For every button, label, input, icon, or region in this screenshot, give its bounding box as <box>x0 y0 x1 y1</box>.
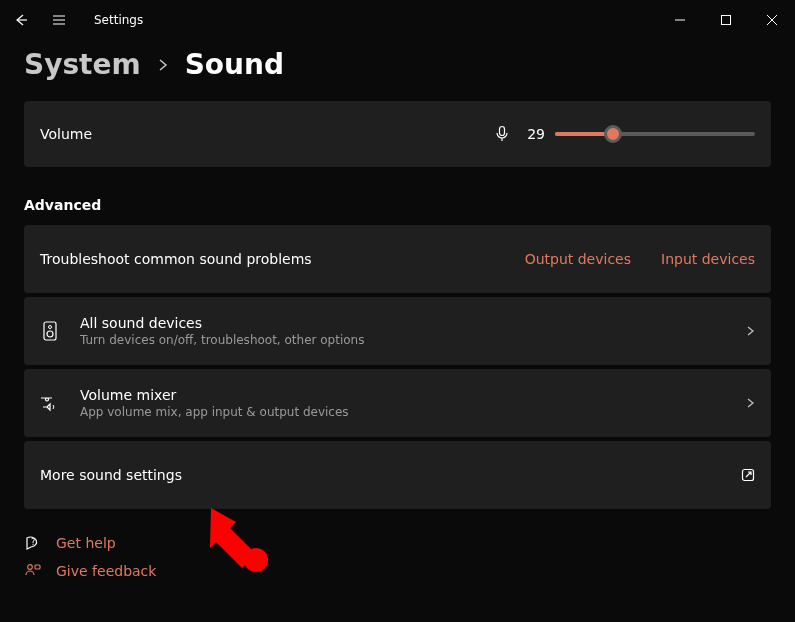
window-title: Settings <box>94 13 143 27</box>
all-sound-devices-card[interactable]: All sound devices Turn devices on/off, t… <box>24 297 771 365</box>
chevron-right-icon <box>745 398 755 408</box>
troubleshoot-card: Troubleshoot common sound problems Outpu… <box>24 225 771 293</box>
titlebar: Settings <box>0 0 795 40</box>
input-devices-link[interactable]: Input devices <box>661 251 755 267</box>
mixer-icon <box>40 394 60 412</box>
volume-slider[interactable] <box>555 124 755 144</box>
more-sound-title: More sound settings <box>40 467 182 483</box>
more-sound-settings-card[interactable]: More sound settings <box>24 441 771 509</box>
speaker-icon <box>40 321 60 341</box>
volume-mixer-card[interactable]: Volume mixer App volume mix, app input &… <box>24 369 771 437</box>
volume-card: Volume 29 <box>24 101 771 167</box>
external-link-icon <box>741 468 755 482</box>
hamburger-icon[interactable] <box>50 11 68 29</box>
mixer-title: Volume mixer <box>80 387 349 403</box>
chevron-right-icon <box>745 326 755 336</box>
all-sound-sub: Turn devices on/off, troubleshoot, other… <box>80 333 364 347</box>
close-button[interactable] <box>749 4 795 36</box>
svg-point-7 <box>28 565 33 570</box>
breadcrumb: System Sound <box>24 48 771 81</box>
chevron-right-icon <box>157 59 169 71</box>
svg-point-4 <box>47 331 53 337</box>
minimize-button[interactable] <box>657 4 703 36</box>
give-feedback-label: Give feedback <box>56 563 156 579</box>
output-devices-link[interactable]: Output devices <box>525 251 631 267</box>
breadcrumb-current: Sound <box>185 48 284 81</box>
breadcrumb-parent[interactable]: System <box>24 48 141 81</box>
svg-text:?: ? <box>31 538 35 547</box>
volume-value: 29 <box>527 126 545 142</box>
volume-label: Volume <box>40 126 92 142</box>
all-sound-title: All sound devices <box>80 315 364 331</box>
svg-rect-0 <box>722 16 731 25</box>
section-heading-advanced: Advanced <box>24 197 771 213</box>
svg-rect-8 <box>35 565 40 569</box>
microphone-icon[interactable] <box>493 125 511 143</box>
help-icon: ? <box>24 535 42 551</box>
give-feedback-link[interactable]: Give feedback <box>24 563 771 579</box>
mixer-sub: App volume mix, app input & output devic… <box>80 405 349 419</box>
maximize-button[interactable] <box>703 4 749 36</box>
get-help-link[interactable]: ? Get help <box>24 535 771 551</box>
get-help-label: Get help <box>56 535 116 551</box>
troubleshoot-label: Troubleshoot common sound problems <box>40 251 312 267</box>
svg-point-3 <box>49 326 52 329</box>
feedback-icon <box>24 563 42 579</box>
svg-rect-1 <box>500 127 505 136</box>
back-button[interactable] <box>12 11 30 29</box>
